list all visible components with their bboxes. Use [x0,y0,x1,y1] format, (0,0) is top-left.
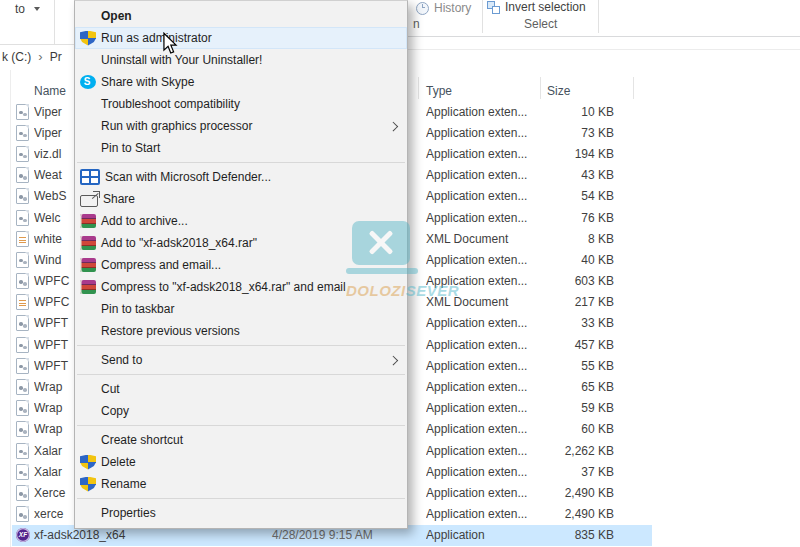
menu-item-pin-to-start[interactable]: Pin to Start [75,137,407,159]
column-divider[interactable] [540,77,541,99]
skype-icon [80,75,96,89]
menu-item-label: Compress and email... [101,258,221,272]
file-size: 194 KB [540,147,614,161]
dllfile-icon [16,358,29,374]
menu-item-compress-and-email[interactable]: Compress and email... [75,254,407,276]
column-divider[interactable] [418,77,419,99]
menu-separator [77,162,405,163]
menu-item-uninstall-with-your-uninstaller[interactable]: Uninstall with Your Uninstaller! [75,49,407,71]
file-type: Application [426,528,538,542]
dllfile-icon [16,125,29,141]
file-type: Application exten... [426,105,538,119]
invert-selection-button[interactable]: Invert selection [487,0,586,14]
menu-item-label: Copy [101,404,129,418]
menu-item-delete[interactable]: Delete [75,451,407,473]
column-header-type[interactable]: Type [426,84,452,98]
breadcrumb-chevron-icon: › [38,49,42,64]
dllfile-icon [16,210,29,226]
column-header-name[interactable]: Name [34,84,66,98]
file-name: Wrap [34,422,74,436]
menu-item-run-as-administrator[interactable]: Run as administrator [75,27,407,49]
breadcrumb-segment[interactable]: k (C:) [2,50,31,64]
file-name: Viper [34,105,74,119]
select-group-label: Select [524,17,557,31]
file-name: Weat [34,168,74,182]
dllfile-icon [16,485,29,501]
file-name: Wind [34,253,74,267]
file-size: 8 KB [540,232,614,246]
xmlfile-icon [16,231,29,247]
file-size: 73 KB [540,126,614,140]
open-group-label-fragment: n [413,17,420,31]
menu-item-share-with-skype[interactable]: Share with Skype [75,71,407,93]
breadcrumb-segment[interactable]: Pr [50,50,62,64]
menu-item-icon-placeholder [80,53,96,67]
menu-item-label: Cut [101,382,120,396]
winrar-icon [80,258,96,272]
file-size: 59 KB [540,401,614,415]
menu-item-restore-previous-versions[interactable]: Restore previous versions [75,320,407,342]
menu-item-label: Send to [101,353,142,367]
file-size: 217 KB [540,295,614,309]
menu-item-add-to-xf-adsk2018-x64-rar[interactable]: Add to "xf-adsk2018_x64.rar" [75,232,407,254]
menu-item-create-shortcut[interactable]: Create shortcut [75,429,407,451]
menu-item-compress-to-xf-adsk2018-x64-rar-and-email[interactable]: Compress to "xf-adsk2018_x64.rar" and em… [75,276,407,298]
menu-item-rename[interactable]: Rename [75,473,407,495]
file-size: 33 KB [540,316,614,330]
winrar-icon [80,214,96,228]
file-size: 2,490 KB [540,507,614,521]
column-header-size[interactable]: Size [547,84,570,98]
file-size: 55 KB [540,359,614,373]
menu-item-scan-with-microsoft-defender[interactable]: Scan with Microsoft Defender... [75,166,407,188]
xmlfile-icon [16,294,29,310]
context-menu: OpenRun as administratorUninstall with Y… [74,0,408,529]
addressbar-top-divider [0,44,74,45]
ribbon-group-divider [598,0,599,33]
menu-item-properties[interactable]: Properties [75,502,407,524]
menu-item-add-to-archive[interactable]: Add to archive... [75,210,407,232]
menu-item-run-with-graphics-processor[interactable]: Run with graphics processor [75,115,407,137]
file-name: white [34,232,74,246]
history-button[interactable]: History [416,1,471,15]
file-name: xerce [34,507,74,521]
ribbon-group-divider [482,0,483,33]
dllfile-icon [16,315,29,331]
file-size: 40 KB [540,253,614,267]
breadcrumb[interactable]: k (C:) › Pr [2,49,62,64]
file-type: Application exten... [426,189,538,203]
menu-separator [77,374,405,375]
chevron-down-icon [34,7,40,11]
menu-item-share[interactable]: Share [75,188,407,210]
menu-item-label: Add to "xf-adsk2018_x64.rar" [101,236,257,250]
menu-item-troubleshoot-compatibility[interactable]: Troubleshoot compatibility [75,93,407,115]
file-name: Viper [34,126,74,140]
menu-item-icon-placeholder [80,97,96,111]
menu-item-open[interactable]: Open [75,5,407,27]
menu-item-icon-placeholder [80,433,96,447]
winrar-icon [80,236,96,250]
file-type: Application exten... [426,211,538,225]
menu-item-cut[interactable]: Cut [75,378,407,400]
file-name: xf-adsk2018_x64 [34,528,254,542]
submenu-arrow-icon [388,122,397,131]
menu-item-pin-to-taskbar[interactable]: Pin to taskbar [75,298,407,320]
menu-item-send-to[interactable]: Send to [75,349,407,371]
file-type: Application exten... [426,338,538,352]
file-name: viz.dl [34,147,74,161]
move-to-button[interactable]: to [15,2,40,16]
dllfile-icon [16,146,29,162]
file-name: WebS [34,189,74,203]
file-type: Application exten... [426,486,538,500]
menu-item-label: Scan with Microsoft Defender... [105,170,271,184]
file-type: Application exten... [426,147,538,161]
file-type: Application exten... [426,401,538,415]
dllfile-icon [16,443,29,459]
file-type: Application exten... [426,359,538,373]
dllfile-icon [16,379,29,395]
column-divider[interactable] [633,77,634,99]
menu-item-copy[interactable]: Copy [75,400,407,422]
menu-item-label: Add to archive... [101,214,188,228]
ribbon-group-divider [54,0,55,44]
dllfile-icon [16,337,29,353]
menu-item-label: Pin to taskbar [101,302,174,316]
